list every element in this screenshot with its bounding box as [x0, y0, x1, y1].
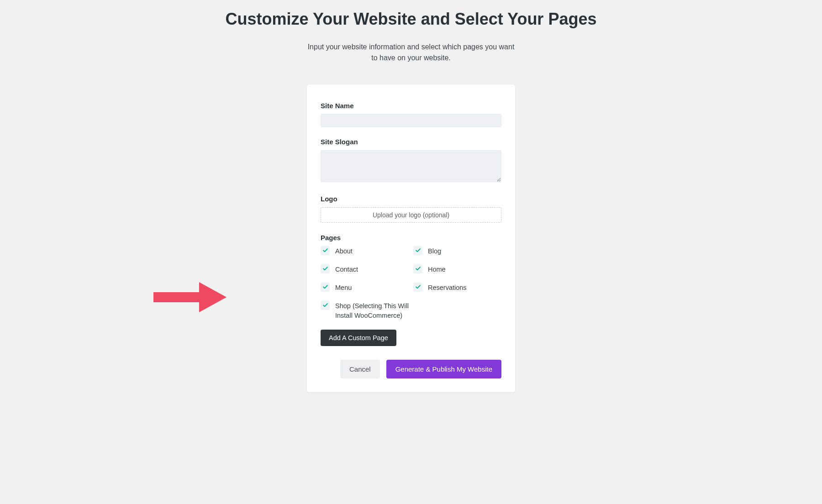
checkbox-reservations[interactable]: [413, 283, 422, 292]
site-name-label: Site Name: [321, 102, 501, 110]
check-icon: [415, 247, 421, 253]
checkbox-home[interactable]: [413, 264, 422, 273]
checkbox-about[interactable]: [321, 246, 330, 255]
site-slogan-field: Site Slogan: [321, 138, 501, 184]
page-item-shop: Shop (Selecting This Will Install WooCom…: [321, 301, 409, 320]
page-item-label: Contact: [335, 264, 358, 274]
pages-section: Pages About Blog: [321, 234, 501, 346]
checkbox-contact[interactable]: [321, 264, 330, 273]
page-item-label: Menu: [335, 283, 352, 293]
svg-marker-1: [199, 282, 227, 312]
pages-label: Pages: [321, 234, 501, 242]
page-item-label: Shop (Selecting This Will Install WooCom…: [335, 301, 409, 320]
page-item-contact: Contact: [321, 264, 409, 274]
form-card: Site Name Site Slogan Logo Upload your l…: [307, 84, 515, 392]
page-item-reservations: Reservations: [413, 283, 501, 293]
logo-label: Logo: [321, 195, 501, 203]
site-slogan-label: Site Slogan: [321, 138, 501, 146]
page-container: Customize Your Website and Select Your P…: [0, 0, 822, 392]
page-item-about: About: [321, 246, 409, 256]
page-item-label: Reservations: [428, 283, 467, 293]
check-icon: [322, 266, 328, 272]
logo-upload-text: Upload your logo (optional): [373, 211, 449, 219]
check-icon: [322, 284, 328, 290]
page-item-label: About: [335, 246, 353, 256]
page-item-blog: Blog: [413, 246, 501, 256]
page-subtitle: Input your website information and selec…: [306, 42, 516, 63]
check-icon: [415, 266, 421, 272]
pointer-arrow-icon: [153, 282, 227, 312]
add-custom-page-button[interactable]: Add A Custom Page: [321, 330, 396, 346]
checkbox-blog[interactable]: [413, 246, 422, 255]
logo-field: Logo Upload your logo (optional): [321, 195, 501, 223]
checkbox-menu[interactable]: [321, 283, 330, 292]
page-item-label: Home: [428, 264, 446, 274]
cancel-button[interactable]: Cancel: [340, 360, 380, 378]
check-icon: [415, 284, 421, 290]
checkbox-shop[interactable]: [321, 301, 330, 310]
page-item-label: Blog: [428, 246, 441, 256]
check-icon: [322, 302, 328, 308]
site-name-input[interactable]: [321, 114, 501, 127]
page-title: Customize Your Website and Select Your P…: [226, 8, 597, 31]
page-item-menu: Menu: [321, 283, 409, 293]
check-icon: [322, 247, 328, 253]
generate-button[interactable]: Generate & Publish My Website: [386, 360, 501, 378]
page-item-home: Home: [413, 264, 501, 274]
pages-grid: About Blog Contact: [321, 246, 501, 320]
site-slogan-input[interactable]: [321, 150, 501, 182]
action-row: Cancel Generate & Publish My Website: [321, 360, 501, 378]
site-name-field: Site Name: [321, 102, 501, 127]
svg-rect-0: [153, 292, 199, 302]
logo-upload[interactable]: Upload your logo (optional): [321, 207, 501, 223]
